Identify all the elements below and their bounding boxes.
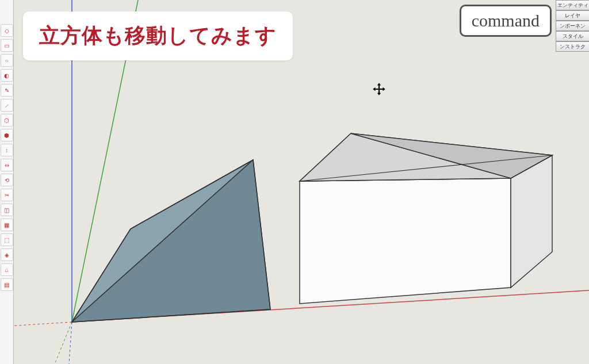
command-key-label: command bbox=[472, 11, 540, 30]
right-panel-tabs: エンティティ レイヤ ンポーネン スタイル ンストラク bbox=[556, 0, 589, 52]
toolbar-button[interactable]: ⟋ bbox=[1, 99, 13, 112]
toolbar-button[interactable]: ✎ bbox=[1, 84, 13, 97]
toolbar-button[interactable]: ◫ bbox=[1, 204, 13, 216]
toolbar-button[interactable]: ⬢ bbox=[1, 129, 13, 141]
toolbar-button[interactable]: ↕ bbox=[1, 144, 13, 156]
toolbar-button[interactable]: ⬚ bbox=[1, 233, 13, 246]
command-key-overlay: command bbox=[460, 5, 552, 37]
panel-tab-entity[interactable]: エンティティ bbox=[556, 0, 589, 10]
panel-tab-component[interactable]: ンポーネン bbox=[556, 21, 589, 31]
svg-marker-4 bbox=[300, 178, 511, 304]
left-toolbar: ◇ ▭ ○ ◐ ✎ ⟋ ⬡ ⬢ ↕ ⇔ ⟲ ✂ ◫ ▦ ⬚ ◈ ⌂ ▤ bbox=[0, 0, 14, 364]
svg-marker-1 bbox=[72, 160, 270, 322]
caption-overlay: 立方体も移動してみます bbox=[23, 12, 293, 60]
axis-green-dashed bbox=[55, 322, 72, 364]
toolbar-button[interactable]: ◈ bbox=[1, 248, 13, 261]
toolbar-button[interactable]: ○ bbox=[1, 54, 13, 67]
toolbar-button[interactable]: ◐ bbox=[1, 69, 13, 82]
toolbar-button[interactable]: ✂ bbox=[1, 189, 13, 201]
toolbar-button[interactable]: ⇔ bbox=[1, 159, 13, 171]
wedge-shape[interactable] bbox=[72, 160, 270, 322]
cube-shape[interactable] bbox=[300, 133, 552, 304]
panel-tab-instructor[interactable]: ンストラク bbox=[556, 41, 589, 52]
toolbar-button[interactable]: ⌂ bbox=[1, 263, 13, 276]
toolbar-button[interactable]: ⟲ bbox=[1, 174, 13, 186]
toolbar-button[interactable]: ▤ bbox=[1, 278, 13, 291]
toolbar-button[interactable]: ⬡ bbox=[1, 114, 13, 127]
panel-tab-style[interactable]: スタイル bbox=[556, 31, 589, 41]
toolbar-button[interactable]: ◇ bbox=[1, 24, 13, 37]
toolbar-button[interactable]: ▦ bbox=[1, 219, 13, 231]
caption-text: 立方体も移動してみます bbox=[39, 24, 277, 47]
panel-tab-layer[interactable]: レイヤ bbox=[556, 10, 589, 21]
toolbar-button[interactable]: ▭ bbox=[1, 39, 13, 52]
